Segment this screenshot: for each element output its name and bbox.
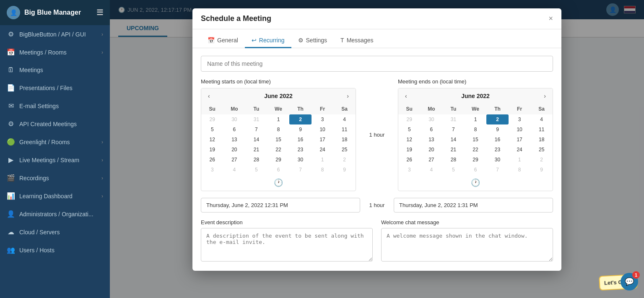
cal-day-22[interactable]: 22 bbox=[465, 145, 487, 155]
cal-day-14[interactable]: 14 bbox=[442, 135, 465, 145]
meeting-name-input[interactable] bbox=[201, 56, 553, 72]
cal-day-28[interactable]: 28 bbox=[442, 155, 465, 165]
cal-day-19[interactable]: 19 bbox=[398, 145, 421, 155]
sidebar-item-greenlight[interactable]: 🟢 Greenlight / Rooms › bbox=[0, 133, 110, 151]
cal-day-17[interactable]: 17 bbox=[312, 135, 334, 145]
end-cal-next[interactable]: › bbox=[541, 92, 548, 100]
cal-day-2[interactable]: 2 bbox=[333, 155, 356, 165]
chat-button[interactable]: 💬 1 bbox=[621, 273, 638, 290]
cal-day-31[interactable]: 31 bbox=[245, 114, 267, 124]
cal-day-2[interactable]: 2 bbox=[289, 114, 312, 124]
cal-day-8[interactable]: 8 bbox=[465, 124, 487, 135]
end-cal-clock[interactable]: 🕐 bbox=[398, 175, 553, 191]
cal-day-7[interactable]: 7 bbox=[289, 165, 312, 175]
cal-day-12[interactable]: 12 bbox=[201, 135, 223, 145]
cal-day-13[interactable]: 13 bbox=[421, 135, 443, 145]
cal-day-21[interactable]: 21 bbox=[442, 145, 465, 155]
cal-day-10[interactable]: 10 bbox=[509, 124, 531, 135]
cal-day-23[interactable]: 23 bbox=[289, 145, 312, 155]
cal-day-16[interactable]: 16 bbox=[289, 135, 312, 145]
cal-day-9[interactable]: 9 bbox=[530, 165, 553, 175]
start-cal-clock[interactable]: 🕐 bbox=[201, 175, 356, 191]
cal-day-31[interactable]: 31 bbox=[442, 114, 465, 124]
cal-day-24[interactable]: 24 bbox=[509, 145, 531, 155]
cal-day-29[interactable]: 29 bbox=[267, 155, 290, 165]
cal-day-14[interactable]: 14 bbox=[245, 135, 267, 145]
cal-day-11[interactable]: 11 bbox=[333, 124, 356, 135]
cal-day-5[interactable]: 5 bbox=[442, 165, 465, 175]
cal-day-26[interactable]: 26 bbox=[201, 155, 223, 165]
cal-day-3[interactable]: 3 bbox=[201, 165, 223, 175]
cal-day-4[interactable]: 4 bbox=[333, 114, 356, 124]
cal-day-7[interactable]: 7 bbox=[442, 124, 465, 135]
cal-day-3[interactable]: 3 bbox=[312, 114, 334, 124]
hamburger-icon[interactable]: ☰ bbox=[96, 8, 103, 17]
modal-close-button[interactable]: × bbox=[548, 14, 553, 23]
cal-day-27[interactable]: 27 bbox=[421, 155, 443, 165]
sidebar-item-bigbluebutton[interactable]: ⚙ BigBlueButton / API / GUI › bbox=[0, 25, 110, 43]
sidebar-item-meetings-rooms[interactable]: 📅 Meetings / Rooms › bbox=[0, 43, 110, 61]
cal-day-8[interactable]: 8 bbox=[509, 165, 531, 175]
cal-day-10[interactable]: 10 bbox=[312, 124, 334, 135]
cal-day-9[interactable]: 9 bbox=[289, 124, 312, 135]
cal-day-26[interactable]: 26 bbox=[398, 155, 421, 165]
cal-day-4[interactable]: 4 bbox=[530, 114, 553, 124]
sidebar-item-learning[interactable]: 📊 Learning Dashboard › bbox=[0, 187, 110, 205]
sidebar-item-live-meetings[interactable]: ▶ Live Meetings / Stream › bbox=[0, 151, 110, 169]
cal-day-5[interactable]: 5 bbox=[245, 165, 267, 175]
cal-day-25[interactable]: 25 bbox=[530, 145, 553, 155]
modal-tab-settings[interactable]: ⚙ Settings bbox=[291, 34, 334, 48]
sidebar-item-api-created[interactable]: ⚙ API Created Meetings bbox=[0, 115, 110, 133]
cal-day-17[interactable]: 17 bbox=[509, 135, 531, 145]
cal-day-18[interactable]: 18 bbox=[530, 135, 553, 145]
cal-day-30[interactable]: 30 bbox=[486, 155, 509, 165]
cal-day-2[interactable]: 2 bbox=[530, 155, 553, 165]
start-cal-next[interactable]: › bbox=[344, 92, 351, 100]
cal-day-20[interactable]: 20 bbox=[421, 145, 443, 155]
event-description-textarea[interactable] bbox=[201, 228, 373, 262]
cal-day-25[interactable]: 25 bbox=[333, 145, 356, 155]
cal-day-29[interactable]: 29 bbox=[465, 155, 487, 165]
cal-day-5[interactable]: 5 bbox=[201, 124, 223, 135]
cal-day-18[interactable]: 18 bbox=[333, 135, 356, 145]
cal-day-8[interactable]: 8 bbox=[312, 165, 334, 175]
cal-day-5[interactable]: 5 bbox=[398, 124, 421, 135]
cal-day-15[interactable]: 15 bbox=[465, 135, 487, 145]
welcome-chat-textarea[interactable] bbox=[381, 228, 553, 262]
modal-tab-recurring[interactable]: ↩ Recurring bbox=[245, 34, 291, 48]
modal-tab-messages[interactable]: T Messages bbox=[334, 34, 380, 48]
start-datetime-input[interactable] bbox=[201, 198, 360, 212]
cal-day-7[interactable]: 7 bbox=[245, 124, 267, 135]
cal-day-22[interactable]: 22 bbox=[267, 145, 290, 155]
cal-day-1[interactable]: 1 bbox=[312, 155, 334, 165]
cal-day-21[interactable]: 21 bbox=[245, 145, 267, 155]
cal-day-4[interactable]: 4 bbox=[223, 165, 246, 175]
cal-day-4[interactable]: 4 bbox=[421, 165, 443, 175]
cal-day-30[interactable]: 30 bbox=[223, 114, 246, 124]
cal-day-27[interactable]: 27 bbox=[223, 155, 246, 165]
sidebar-item-users-hosts[interactable]: 👥 Users / Hosts bbox=[0, 241, 110, 259]
cal-day-6[interactable]: 6 bbox=[267, 165, 290, 175]
cal-day-19[interactable]: 19 bbox=[201, 145, 223, 155]
sidebar-item-email-settings[interactable]: ✉ E-mail Settings bbox=[0, 97, 110, 115]
modal-tab-general[interactable]: 📅 General bbox=[201, 34, 245, 48]
cal-day-8[interactable]: 8 bbox=[267, 124, 290, 135]
cal-day-6[interactable]: 6 bbox=[421, 124, 443, 135]
cal-day-9[interactable]: 9 bbox=[486, 124, 509, 135]
sidebar-item-cloud-servers[interactable]: ☁ Cloud / Servers bbox=[0, 223, 110, 241]
cal-day-15[interactable]: 15 bbox=[267, 135, 290, 145]
cal-day-12[interactable]: 12 bbox=[398, 135, 421, 145]
cal-day-30[interactable]: 30 bbox=[289, 155, 312, 165]
cal-day-28[interactable]: 28 bbox=[245, 155, 267, 165]
cal-day-13[interactable]: 13 bbox=[223, 135, 246, 145]
cal-day-9[interactable]: 9 bbox=[333, 165, 356, 175]
cal-day-29[interactable]: 29 bbox=[398, 114, 421, 124]
end-cal-prev[interactable]: ‹ bbox=[402, 92, 410, 100]
cal-day-1[interactable]: 1 bbox=[267, 114, 290, 124]
end-datetime-input[interactable] bbox=[394, 198, 553, 212]
cal-day-3[interactable]: 3 bbox=[398, 165, 421, 175]
sidebar-item-meetings[interactable]: 🗓 Meetings bbox=[0, 61, 110, 79]
sidebar-item-recordings[interactable]: 🎬 Recordings › bbox=[0, 169, 110, 187]
sidebar-item-administrators[interactable]: 👤 Administrators / Organizati... bbox=[0, 205, 110, 223]
cal-day-1[interactable]: 1 bbox=[509, 155, 531, 165]
